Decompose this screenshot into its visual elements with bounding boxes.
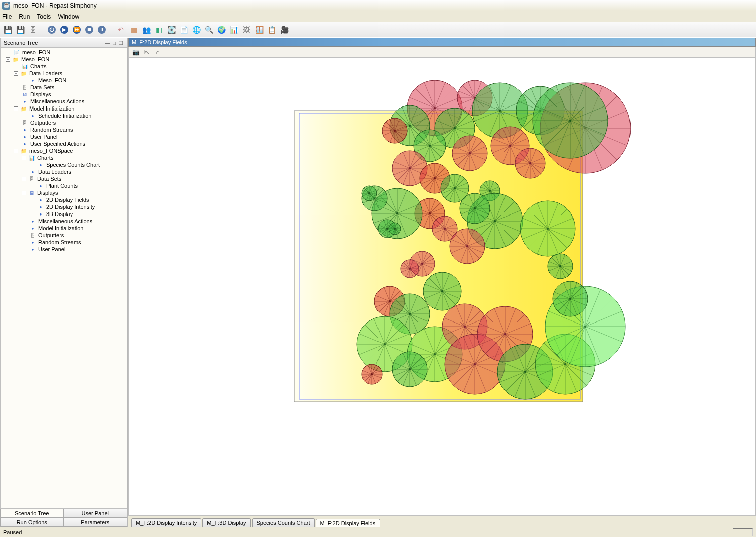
page-icon: 📄 (13, 49, 20, 55)
expander-icon[interactable]: - (14, 106, 18, 111)
menu-tools[interactable]: Tools (37, 13, 51, 20)
tree-item[interactable]: 🖥Displays (1, 91, 127, 98)
tree-item[interactable]: ●Plant Counts (1, 182, 127, 189)
tree-item[interactable]: ●Meso_FON (1, 77, 127, 84)
palette-icon[interactable]: ◧ (153, 24, 164, 35)
report-icon[interactable]: 📋 (266, 24, 277, 35)
tree-item[interactable]: -🗄Data Sets (1, 175, 127, 182)
tree-item[interactable]: -📁Data Loaders (1, 70, 127, 77)
dot-icon: ● (29, 246, 36, 252)
tree-item[interactable]: ●Data Loaders (1, 168, 127, 175)
tree-item[interactable]: 📊Charts (1, 63, 127, 70)
dot-icon: ● (37, 211, 44, 217)
pause-icon[interactable]: ⏸ (96, 24, 107, 35)
svg-point-577 (389, 300, 391, 302)
tree-item[interactable]: 🗄Data Sets (1, 84, 127, 91)
save-all-icon[interactable]: 💾 (15, 24, 26, 35)
power-icon[interactable]: ⏻ (46, 24, 57, 35)
svg-point-325 (494, 220, 496, 222)
bottom-tab[interactable]: M_F:2D Display Intensity (131, 518, 201, 527)
tree-item[interactable]: ●Random Streams (1, 126, 127, 133)
view-toolbar: 📷⇱⌂ (128, 47, 756, 58)
doc-icon[interactable]: 📄 (178, 24, 189, 35)
chart-icon[interactable]: 📊 (228, 24, 239, 35)
svg-point-469 (368, 192, 370, 194)
dot-icon: ● (29, 239, 36, 245)
expander-icon[interactable]: - (14, 149, 18, 153)
tree-item[interactable]: -🖥Displays (1, 189, 127, 196)
menu-window[interactable]: Window (58, 13, 79, 20)
stop-icon[interactable]: ⏹ (84, 24, 95, 35)
save-icon[interactable]: 💾 (2, 24, 13, 35)
expander-icon[interactable]: - (6, 57, 10, 62)
bottom-tab[interactable]: M_F:2D Display Fields (316, 519, 381, 527)
tree-item[interactable]: ●Miscellaneous Actions (1, 98, 127, 105)
tree-item[interactable]: 🗄Outputters (1, 232, 127, 239)
left-tab-user-panel[interactable]: User Panel (64, 509, 128, 518)
tree-label: Charts (30, 63, 46, 69)
svg-point-55 (499, 110, 501, 112)
tree-item[interactable]: ●User Panel (1, 246, 127, 253)
tree-item[interactable]: ●Species Counts Chart (1, 161, 127, 168)
bottom-tab[interactable]: M_F:3D Display (202, 518, 250, 527)
simulation-canvas[interactable] (128, 58, 756, 516)
view-title: M_F:2D Display Fields (132, 39, 187, 45)
agents-icon[interactable]: 👥 (141, 24, 152, 35)
db-icon[interactable]: 🗄 (27, 24, 38, 35)
home-icon[interactable]: ⌂ (154, 48, 162, 56)
tree-item[interactable]: ●User Specified Actions (1, 140, 127, 147)
menubar: FileRunToolsWindow (0, 11, 756, 22)
svg-point-361 (474, 207, 476, 209)
menu-file[interactable]: File (2, 13, 12, 20)
expander-icon[interactable]: - (14, 71, 18, 76)
ffwd-icon[interactable]: ⏩ (71, 24, 82, 35)
globe2-icon[interactable]: 🌍 (216, 24, 227, 35)
camera-icon[interactable]: 🎥 (279, 24, 290, 35)
tree-item[interactable]: -📁Meso_FON (1, 56, 127, 63)
bottom-tab[interactable]: Species Counts Chart (252, 518, 315, 527)
image-icon[interactable]: 🖼 (241, 24, 252, 35)
tree-item[interactable]: ●Model Initialization (1, 225, 127, 232)
menu-run[interactable]: Run (19, 13, 30, 20)
agent-disc (362, 364, 382, 384)
left-pane: Scenario Tree — □ ❐ 📄meso_FON-📁Meso_FON📊… (0, 38, 128, 527)
minimize-icon[interactable]: — (105, 40, 110, 46)
undo-icon[interactable]: ↶ (115, 24, 127, 35)
globe-icon[interactable]: 🌐 (191, 24, 202, 35)
tree-item[interactable]: ●Miscellaneous Actions (1, 218, 127, 225)
export-icon[interactable]: ⇱ (143, 48, 151, 56)
left-tab-parameters[interactable]: Parameters (64, 518, 128, 527)
svg-point-523 (421, 263, 423, 265)
expander-icon[interactable]: - (22, 156, 26, 160)
expander-icon[interactable]: - (22, 191, 26, 195)
tree-item[interactable]: 🗄Outputters (1, 119, 127, 126)
left-tab-scenario-tree[interactable]: Scenario Tree (0, 509, 64, 518)
tree-item[interactable]: -📁meso_FONSpace (1, 147, 127, 154)
tree-item[interactable]: -📁Model Initialization (1, 105, 127, 112)
tree-item[interactable]: ●User Panel (1, 133, 127, 140)
camera-icon[interactable]: 📷 (132, 48, 140, 56)
tree-item[interactable]: ●3D Display (1, 210, 127, 218)
left-tab-run-options[interactable]: Run Options (0, 518, 64, 527)
restore-icon[interactable]: ❐ (119, 40, 123, 46)
svg-point-559 (441, 290, 443, 292)
tree-item[interactable]: 📄meso_FON (1, 49, 127, 56)
play-icon[interactable]: ▶ (59, 24, 70, 35)
tree-item[interactable]: ●2D Display Fields (1, 196, 127, 203)
agent-disc (515, 148, 545, 178)
search-icon[interactable]: 🔍 (203, 24, 214, 35)
svg-point-793 (569, 298, 571, 300)
scenario-tree[interactable]: 📄meso_FON-📁Meso_FON📊Charts-📁Data Loaders… (0, 48, 127, 509)
tree-item[interactable]: ●Schedule Initialization (1, 112, 127, 119)
fold-icon: 📁 (20, 105, 27, 112)
tree-item[interactable]: ●2D Display Intensity (1, 203, 127, 210)
agent-disc (460, 193, 490, 224)
expander-icon[interactable]: - (22, 177, 26, 181)
tree-item[interactable]: -📊Charts (1, 154, 127, 161)
window-title: meso_FON - Repast Simphony (13, 2, 97, 9)
tree-item[interactable]: ●Random Streams (1, 239, 127, 246)
window-icon[interactable]: 🪟 (254, 24, 265, 35)
grid-icon[interactable]: ▦ (128, 24, 139, 35)
maximize-icon[interactable]: □ (113, 40, 116, 46)
disk-icon[interactable]: 💽 (166, 24, 177, 35)
